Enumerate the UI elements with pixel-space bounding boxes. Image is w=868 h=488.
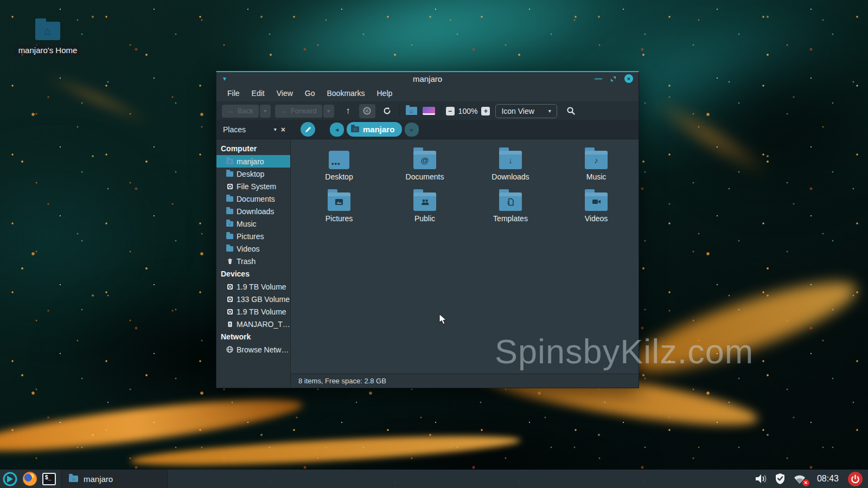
- back-button[interactable]: ← Back: [222, 105, 259, 118]
- edit-path-button[interactable]: [301, 122, 315, 137]
- file-label: Documents: [406, 172, 444, 181]
- places-label[interactable]: Places: [223, 125, 246, 134]
- power-button[interactable]: [848, 472, 863, 486]
- trash-icon: [226, 258, 233, 265]
- forward-history-dropdown[interactable]: ▾: [323, 105, 334, 118]
- file-downloads[interactable]: ↓ Downloads: [468, 146, 553, 188]
- usb-drive-icon: [226, 320, 233, 328]
- sidebar-item-usb[interactable]: MANJARO_T…: [216, 318, 290, 330]
- wallpaper-dark-blob: [667, 33, 868, 206]
- firefox-launcher[interactable]: [22, 472, 37, 486]
- breadcrumb-scroll-right-button[interactable]: ▸: [405, 123, 419, 137]
- refresh-button[interactable]: [380, 104, 395, 118]
- network-disconnected-tray-icon[interactable]: ✕: [793, 473, 807, 484]
- desktop-icon-label: manjaro's Home: [14, 44, 82, 56]
- template-page-emblem-icon: [507, 198, 514, 206]
- folder-music-icon: ♪: [585, 151, 608, 169]
- back-history-dropdown[interactable]: ▾: [260, 105, 271, 118]
- file-pictures[interactable]: Pictures: [296, 188, 382, 229]
- file-label: Videos: [585, 214, 608, 223]
- zoom-in-button[interactable]: +: [481, 107, 490, 115]
- sidebar-item-volume-2[interactable]: 133 GB Volume: [216, 293, 290, 305]
- sidebar-item-file-system[interactable]: File System: [216, 180, 290, 192]
- titlebar[interactable]: ▾ manjaro — ×: [216, 72, 639, 85]
- close-icon: ×: [627, 76, 630, 82]
- wallpaper-orange-streak: [0, 389, 304, 461]
- volume-tray-icon[interactable]: [755, 473, 768, 485]
- home-folder-icon: ⌂: [69, 476, 78, 482]
- home-folder-icon: ⌂: [35, 22, 60, 40]
- circle-icon: [363, 107, 371, 115]
- paperclip-emblem-icon: @: [421, 156, 429, 164]
- sidebar-item-label: Videos: [237, 245, 260, 253]
- desktop-folder-button[interactable]: [422, 104, 437, 118]
- record-circle-button[interactable]: [359, 104, 375, 118]
- menu-view[interactable]: View: [271, 87, 298, 100]
- view-mode-value: Icon View: [501, 107, 534, 115]
- minimize-button[interactable]: —: [595, 75, 602, 82]
- chevron-down-icon: ▾: [327, 108, 330, 114]
- breadcrumb-current[interactable]: ⌂ manjaro: [347, 122, 402, 137]
- close-button[interactable]: ×: [624, 74, 633, 83]
- back-arrow-icon: ←: [227, 107, 234, 115]
- file-desktop[interactable]: ••• Desktop: [296, 146, 382, 188]
- sidebar-item-label: Browse Netw…: [237, 345, 289, 354]
- folder-icon: [226, 246, 233, 252]
- sidebar-item-volume-1[interactable]: 1.9 TB Volume: [216, 280, 290, 293]
- zoom-out-button[interactable]: −: [446, 107, 455, 115]
- terminal-launcher[interactable]: $_: [42, 472, 56, 486]
- menu-go[interactable]: Go: [299, 87, 321, 100]
- sidebar-item-downloads[interactable]: Downloads: [216, 205, 290, 217]
- sidebar-item-browse-network[interactable]: Browse Netw…: [216, 343, 290, 356]
- sidebar-item-volume-3[interactable]: 1.9 TB Volume: [216, 305, 290, 318]
- app-menu-button[interactable]: [3, 472, 17, 486]
- right-arrow-icon: ▸: [410, 126, 413, 133]
- file-public[interactable]: Public: [382, 188, 468, 229]
- sidebar-item-label: Pictures: [237, 232, 264, 241]
- home-folder-button[interactable]: ⌂: [404, 104, 419, 118]
- sidebar-item-videos[interactable]: Videos: [216, 242, 290, 255]
- sidebar-item-pictures[interactable]: Pictures: [216, 230, 290, 242]
- window-title: manjaro: [216, 74, 639, 84]
- search-button[interactable]: [564, 104, 579, 118]
- security-shield-tray-icon[interactable]: [775, 473, 786, 485]
- file-view[interactable]: ••• Desktop @ Documents ↓ Downloads ♪: [291, 139, 639, 374]
- file-templates[interactable]: Templates: [468, 188, 553, 229]
- forward-arrow-icon: →: [280, 107, 288, 115]
- desktop-icon-home[interactable]: ⌂ manjaro's Home: [14, 22, 81, 56]
- home-icon: ⌂: [35, 22, 60, 40]
- wallpaper-orange-streak: [644, 89, 777, 185]
- toolbar-separator: [399, 105, 400, 117]
- go-up-button[interactable]: ↑: [341, 104, 356, 118]
- taskbar-window-button[interactable]: ⌂ manjaro: [61, 470, 168, 488]
- taskbar-window-label: manjaro: [84, 474, 113, 484]
- sidebar-item-music[interactable]: ♪ Music: [216, 217, 290, 230]
- menu-edit[interactable]: Edit: [246, 87, 270, 100]
- menu-file[interactable]: File: [222, 87, 245, 100]
- sidebar-item-trash[interactable]: Trash: [216, 255, 290, 267]
- sidebar-item-desktop[interactable]: Desktop: [216, 168, 290, 180]
- sidebar-item-manjaro[interactable]: ⌂ manjaro: [216, 155, 290, 168]
- pathbar: Places ▾ × ◂ ⌂ manjaro ▸: [216, 120, 639, 139]
- places-dropdown-chevron-icon[interactable]: ▾: [274, 126, 281, 132]
- music-note-emblem-icon: ♪: [594, 156, 598, 164]
- wallpaper-orange-streak: [130, 430, 521, 471]
- chevron-down-icon: ▾: [548, 108, 551, 114]
- breadcrumb-scroll-left-button[interactable]: ◂: [330, 123, 344, 137]
- terminal-icon: $_: [42, 473, 56, 485]
- file-videos[interactable]: Videos: [553, 188, 639, 229]
- menu-bookmarks[interactable]: Bookmarks: [321, 87, 370, 100]
- file-music[interactable]: ♪ Music: [553, 146, 639, 188]
- folder-icon: [226, 209, 233, 214]
- network-error-badge: ✕: [802, 479, 809, 486]
- forward-button[interactable]: → Forward: [275, 105, 322, 118]
- view-mode-select[interactable]: Icon View ▾: [495, 104, 557, 118]
- menu-help[interactable]: Help: [372, 87, 398, 100]
- file-documents[interactable]: @ Documents: [382, 146, 468, 188]
- desktop-screen-icon: •••: [329, 151, 349, 169]
- file-manager-window: ▾ manjaro — × File Edit View Go Bookmark…: [216, 71, 639, 388]
- pencil-icon: [304, 126, 312, 133]
- sidebar-item-documents[interactable]: Documents: [216, 192, 290, 205]
- maximize-button[interactable]: [610, 75, 617, 82]
- places-close-button[interactable]: ×: [281, 125, 291, 134]
